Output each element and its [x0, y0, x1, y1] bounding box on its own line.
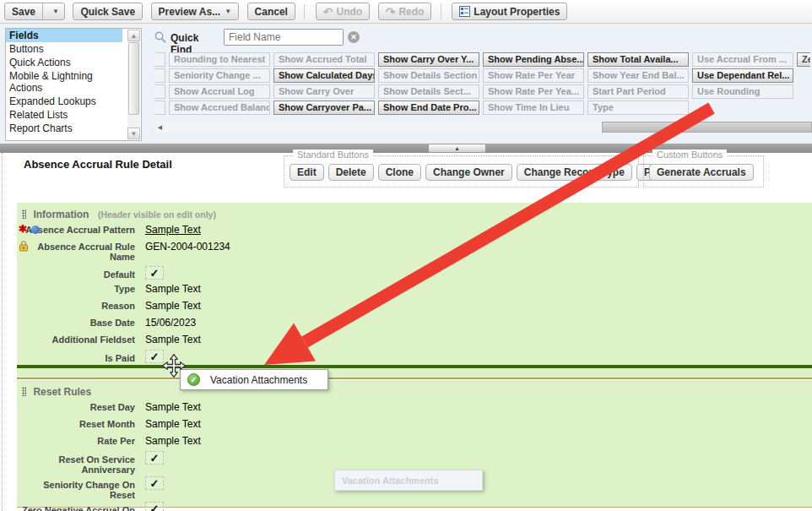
palette-item[interactable]: Show Total Availa... [587, 52, 689, 67]
palette-item[interactable]: Start Part Period [587, 84, 689, 99]
quick-save-button[interactable]: Quick Save [73, 3, 143, 20]
field-label: Default [17, 266, 135, 280]
palette-item[interactable]: Show Carry Over Y... [378, 52, 479, 67]
palette-item[interactable]: Show Rate Per Yea... [483, 84, 584, 99]
drag-handle-icon[interactable] [22, 387, 26, 396]
drag-ghost-vacation-attachments[interactable]: ✓ Vacation Attachments [180, 369, 328, 390]
field-row[interactable]: Reset Month Sample Text [17, 417, 812, 430]
search-icon [154, 30, 167, 44]
chevron-down-icon: ▼ [52, 8, 59, 15]
field-value: 15/06/2023 [145, 316, 196, 329]
palette-item[interactable]: Show Details Sect... [378, 84, 479, 99]
palette-item[interactable]: Show Accrued Balance [169, 101, 270, 115]
field-value: GEN-2004-001234 [145, 240, 230, 262]
category-scrollbar[interactable]: ▲ ▼ [127, 30, 140, 139]
field-label: Is Paid [17, 350, 135, 363]
field-row[interactable]: Absence Accrual Rule Name GEN-2004-00123… [17, 240, 812, 262]
edit-button[interactable]: Edit [290, 164, 324, 181]
field-row[interactable]: Is Paid [17, 350, 812, 363]
undo-icon: ↶ [323, 6, 333, 18]
field-row[interactable]: Zero Negative Accrual On Reset [17, 502, 812, 511]
field-label: Reason [17, 299, 135, 312]
section-title: Information [33, 209, 89, 220]
scroll-up-icon[interactable]: ▲ [127, 30, 140, 41]
layout-properties-button[interactable]: Layout Properties [452, 3, 567, 20]
palette-horizontal-scrollbar[interactable]: ◀ [154, 122, 812, 133]
palette-item[interactable]: Use Accrual From ... [692, 52, 793, 67]
clone-button[interactable]: Clone [378, 164, 421, 181]
palette-item[interactable]: Show Rate Per Year [483, 68, 584, 83]
palette-item[interactable]: Show Details Section [378, 68, 479, 83]
delete-button[interactable]: Delete [328, 164, 374, 181]
palette-row: Show Accrual LogShow Carry OverShow Deta… [154, 84, 797, 100]
palette-item[interactable]: Show Year End Bal... [587, 68, 689, 83]
field-row[interactable]: Reason Sample Text [17, 299, 812, 312]
field-palette: Fields Buttons Quick Actions Mobile & Li… [0, 24, 812, 144]
redo-button[interactable]: ↷ Redo [378, 3, 432, 20]
palette-item[interactable]: Type [587, 101, 689, 115]
save-dropdown-button[interactable]: ▼ [42, 3, 64, 19]
palette-item[interactable]: Show End Date Pro... [378, 101, 479, 115]
scroll-left-icon[interactable]: ◀ [154, 122, 165, 133]
sidebar-item-quick-actions[interactable]: Quick Actions [6, 56, 122, 69]
generate-accruals-button[interactable]: Generate Accruals [649, 164, 754, 181]
undo-button[interactable]: ↶ Undo [316, 3, 370, 20]
field-label: Reset Month [17, 417, 135, 430]
chevron-down-icon: ▼ [225, 8, 231, 15]
preview-as-button[interactable]: Preview As... ▼ [151, 3, 240, 20]
sidebar-item-mobile-lightning-actions[interactable]: Mobile & Lightning Actions [6, 69, 122, 95]
quick-find-input[interactable] [224, 29, 344, 46]
drop-indicator-line [17, 365, 812, 368]
palette-item[interactable]: Show Accrual Log [169, 84, 270, 99]
clear-search-icon[interactable]: ✕ [348, 31, 360, 43]
field-label: Reset Day [17, 400, 135, 413]
cancel-button[interactable]: Cancel [247, 3, 295, 20]
palette-item[interactable]: Use Rounding [692, 84, 793, 99]
sidebar-item-report-charts[interactable]: Report Charts [6, 122, 122, 135]
palette-item[interactable]: Show Carryover Pa... [273, 101, 375, 115]
field-value: Sample Text [145, 223, 201, 236]
save-button-label[interactable]: Save [5, 3, 42, 19]
sidebar-item-expanded-lookups[interactable]: Expanded Lookups [6, 95, 122, 108]
field-label: Zero Negative Accrual On Reset [17, 502, 135, 511]
checked-icon [145, 266, 164, 280]
canvas-edge [2, 153, 3, 511]
palette-item[interactable]: Show Accrued Total [273, 52, 375, 67]
field-row[interactable]: Base Date 15/06/2023 [17, 316, 812, 329]
field-row[interactable]: ✱ Absence Accrual Pattern Sample Text [17, 223, 812, 236]
field-value: Sample Text [145, 282, 201, 295]
save-button[interactable]: Save ▼ [4, 3, 65, 20]
redo-icon: ↷ [386, 6, 396, 18]
field-label: Absence Accrual Rule Name [17, 240, 135, 262]
sidebar-item-fields[interactable]: Fields [6, 29, 122, 42]
field-row[interactable]: Rate Per Sample Text [17, 434, 812, 447]
palette-item[interactable]: Show Time In Lieu [483, 101, 584, 115]
change-owner-button[interactable]: Change Owner [425, 164, 512, 181]
palette-item[interactable]: Show Pending Abse... [483, 52, 584, 67]
section-title: Reset Rules [33, 386, 91, 398]
change-record-type-button[interactable]: Change Record Type [517, 164, 632, 181]
palette-item[interactable]: Rounding to Nearest [169, 52, 270, 67]
palette-item-dragging[interactable]: Vacation Attachments [334, 470, 483, 491]
scrollbar-thumb[interactable] [602, 122, 812, 133]
field-row[interactable]: Default [17, 266, 812, 280]
sidebar-item-buttons[interactable]: Buttons [6, 42, 122, 56]
section-information[interactable]: Information (Header visible on edit only… [17, 203, 812, 379]
collapse-palette-handle[interactable]: ▲ [428, 144, 486, 153]
scrollbar-thumb[interactable] [128, 42, 139, 115]
palette-item-clipped[interactable]: Ze [797, 52, 810, 67]
custom-buttons-group: Custom Buttons Generate Accruals [643, 155, 764, 188]
sidebar-item-related-lists[interactable]: Related Lists [6, 108, 122, 122]
field-row[interactable]: Additional Fieldset Sample Text [17, 333, 812, 345]
palette-item[interactable]: Show Calculated Days [273, 68, 375, 83]
standard-buttons-group: Standard Buttons EditDeleteCloneChange O… [284, 155, 639, 188]
palette-item[interactable]: Show Carry Over [273, 84, 375, 99]
palette-item[interactable]: Seniority Change ... [169, 68, 270, 83]
scroll-down-icon[interactable]: ▼ [127, 128, 140, 139]
palette-item[interactable]: Use Dependant Rel... [692, 68, 793, 83]
drag-handle-icon[interactable] [22, 209, 26, 219]
field-row[interactable]: Reset Day Sample Text [17, 400, 812, 413]
field-row[interactable]: Type Sample Text [17, 282, 812, 295]
required-icon: ✱ [19, 223, 27, 235]
field-value: Sample Text [145, 299, 201, 312]
